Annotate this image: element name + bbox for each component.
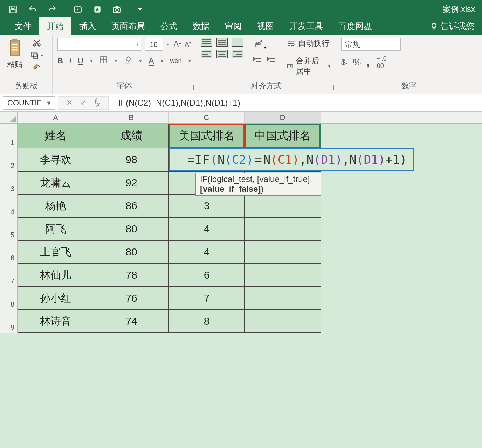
formula-input[interactable]: =IF(N(C2)=N(C1),N(D1),N(D1)+1): [108, 96, 482, 110]
cell-A6[interactable]: 上官飞: [18, 240, 94, 264]
cell-C6[interactable]: 4: [169, 240, 245, 264]
cell-C4[interactable]: 3: [169, 194, 245, 217]
row-header[interactable]: 3: [0, 171, 18, 194]
tab-baidu[interactable]: 百度网盘: [331, 17, 380, 35]
tab-view[interactable]: 视图: [249, 17, 282, 35]
row-header[interactable]: 6: [0, 240, 18, 264]
bold-button[interactable]: B: [57, 56, 63, 65]
underline-button[interactable]: U: [78, 56, 83, 65]
camera-icon[interactable]: [111, 4, 123, 15]
paste-button[interactable]: 粘贴: [5, 38, 25, 70]
cancel-formula-icon[interactable]: ✕: [66, 98, 73, 107]
clipboard-launcher-icon[interactable]: [45, 85, 50, 90]
cell-C9[interactable]: 8: [169, 310, 245, 333]
cell-A7[interactable]: 林仙儿: [18, 264, 94, 287]
align-top-icon[interactable]: [201, 38, 212, 47]
save-icon[interactable]: [7, 4, 19, 15]
cell-B7[interactable]: 78: [94, 264, 169, 287]
cell-C5[interactable]: 4: [169, 217, 245, 240]
name-box[interactable]: COUNTIF ▾: [3, 96, 55, 110]
cell-C8[interactable]: 7: [169, 287, 245, 310]
border-button[interactable]: [99, 56, 108, 66]
percent-format-icon[interactable]: %: [353, 57, 361, 68]
align-bottom-icon[interactable]: [232, 38, 243, 47]
cell-A4[interactable]: 杨艳: [18, 194, 94, 217]
cut-button[interactable]: [30, 38, 44, 47]
cell-B6[interactable]: 80: [94, 240, 169, 264]
row-header[interactable]: 9: [0, 310, 18, 333]
row-header[interactable]: 1: [0, 124, 18, 148]
cell-C7[interactable]: 6: [169, 264, 245, 287]
cell-A9[interactable]: 林诗音: [18, 310, 94, 333]
cell-A1[interactable]: 姓名: [18, 124, 94, 148]
cell-D9[interactable]: [245, 310, 321, 333]
cell-D6[interactable]: [245, 240, 321, 264]
increase-decimal-icon[interactable]: ←.0.00: [375, 55, 387, 70]
wrap-text-button[interactable]: 自动换行: [287, 38, 331, 49]
cell-B3[interactable]: 92: [94, 171, 169, 194]
cell-B2[interactable]: 98: [94, 148, 169, 171]
row-header[interactable]: 4: [0, 194, 18, 217]
align-middle-icon[interactable]: [216, 38, 228, 47]
insert-function-icon[interactable]: fx: [94, 97, 100, 108]
phonetic-button[interactable]: wén: [170, 58, 182, 64]
customize-qat-icon[interactable]: [134, 4, 146, 15]
font-size-select[interactable]: 16: [145, 38, 163, 51]
cell-A5[interactable]: 阿飞: [18, 217, 94, 240]
row-header[interactable]: 8: [0, 287, 18, 310]
cell-D1[interactable]: 中国式排名: [245, 124, 321, 148]
italic-button[interactable]: I: [69, 56, 71, 65]
cell-B9[interactable]: 74: [94, 310, 169, 333]
font-launcher-icon[interactable]: [189, 85, 194, 90]
favorite-icon[interactable]: [91, 4, 103, 15]
comma-format-icon[interactable]: ,: [366, 56, 369, 68]
col-header-C[interactable]: C: [169, 112, 245, 123]
orientation-button[interactable]: ab▼: [253, 38, 276, 50]
tab-data[interactable]: 数据: [185, 17, 217, 35]
redo-icon[interactable]: [46, 4, 58, 15]
copy-button[interactable]: ▼: [30, 51, 44, 60]
number-format-select[interactable]: 常规: [341, 38, 401, 51]
cell-B8[interactable]: 76: [94, 287, 169, 310]
undo-icon[interactable]: [27, 4, 39, 15]
tab-formulas[interactable]: 公式: [153, 17, 185, 35]
tab-insert[interactable]: 插入: [71, 17, 104, 35]
tab-developer[interactable]: 开发工具: [282, 17, 331, 35]
select-all-corner[interactable]: [0, 112, 18, 123]
col-header-A[interactable]: A: [18, 112, 94, 123]
worksheet[interactable]: A B C D 1 2 3 4 5 6 7 8 9 姓名 成绩 美国式排名 中国…: [0, 112, 482, 448]
alignment-launcher-icon[interactable]: [329, 85, 334, 90]
tab-tellme[interactable]: 告诉我您: [422, 17, 482, 35]
shrink-font-icon[interactable]: A▾: [185, 41, 191, 49]
cell-D7[interactable]: [245, 264, 321, 287]
cell-D4[interactable]: [245, 194, 321, 217]
cell-D8[interactable]: [245, 287, 321, 310]
grow-font-icon[interactable]: A▴: [173, 40, 181, 49]
row-header[interactable]: 7: [0, 264, 18, 287]
cell-editing-overlay[interactable]: = IF ( N ( C2 ) = N ( C1 ) , N ( D1 ) , …: [169, 148, 414, 171]
decrease-indent-icon[interactable]: [253, 55, 262, 64]
cell-C1[interactable]: 美国式排名: [169, 124, 245, 148]
align-left-icon[interactable]: [201, 50, 212, 58]
increase-indent-icon[interactable]: [267, 55, 276, 64]
row-header[interactable]: 5: [0, 217, 18, 240]
font-name-select[interactable]: ▾: [57, 38, 141, 51]
tab-review[interactable]: 审阅: [217, 17, 249, 35]
merge-center-button[interactable]: 合并后居中 ▼: [287, 56, 331, 77]
tab-home[interactable]: 开始: [39, 17, 71, 35]
align-center-icon[interactable]: [216, 50, 228, 58]
enter-formula-icon[interactable]: ✓: [80, 98, 87, 107]
accounting-format-icon[interactable]: $▾: [341, 58, 347, 67]
cell-A2[interactable]: 李寻欢: [18, 148, 94, 171]
tab-layout[interactable]: 页面布局: [104, 17, 153, 35]
cell-B1[interactable]: 成绩: [94, 124, 169, 148]
cell-B5[interactable]: 80: [94, 217, 169, 240]
cell-B4[interactable]: 86: [94, 194, 169, 217]
font-color-button[interactable]: A: [149, 56, 154, 66]
align-right-icon[interactable]: [232, 50, 243, 58]
format-painter-button[interactable]: [30, 63, 44, 72]
col-header-B[interactable]: B: [94, 112, 169, 123]
row-header[interactable]: 2: [0, 148, 18, 171]
col-header-D[interactable]: D: [245, 112, 321, 123]
fill-color-button[interactable]: [124, 56, 132, 66]
